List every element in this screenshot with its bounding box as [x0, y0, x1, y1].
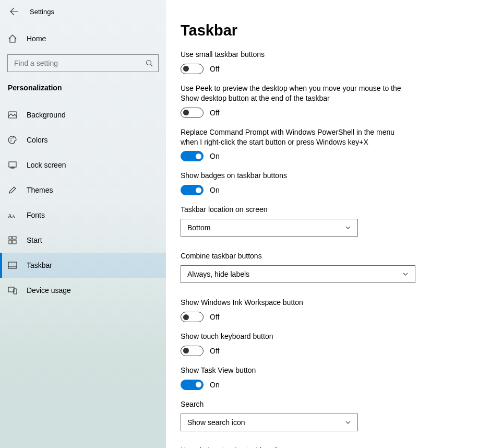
search-icon	[146, 60, 153, 67]
setting-badges: Show badges on taskbar buttonsOn	[181, 171, 475, 195]
setting-small-buttons: Use small taskbar buttonsOff	[181, 50, 475, 74]
start-grid-icon	[8, 235, 17, 245]
setting-location: Taskbar location on screenBottom	[181, 205, 475, 237]
sidebar-item-device-usage[interactable]: Device usage	[0, 278, 166, 303]
sidebar-item-start[interactable]: Start	[0, 228, 166, 253]
setting-label: Search	[181, 399, 405, 409]
toggle-knob	[196, 154, 201, 159]
sidebar-item-background[interactable]: Background	[0, 102, 166, 127]
svg-point-4	[13, 137, 14, 138]
setting-label: Show touch keyboard button	[181, 332, 405, 341]
toggle-row: Off	[181, 312, 475, 322]
svg-line-1	[151, 65, 153, 67]
dropdown-value: Show search icon	[187, 418, 245, 427]
lock-screen-icon	[8, 160, 17, 170]
toggle-row: Off	[181, 346, 475, 356]
toggle-knob	[183, 314, 189, 320]
nav-home-label: Home	[27, 34, 46, 43]
svg-rect-10	[9, 237, 11, 239]
toggle-knob	[183, 66, 189, 72]
setting-label: Combine taskbar buttons	[181, 251, 405, 261]
svg-text:A: A	[12, 214, 15, 219]
toggle-knob	[183, 110, 189, 115]
sidebar-item-label: Fonts	[27, 211, 45, 219]
toggle-state-text: Off	[210, 347, 219, 355]
toggle-state-text: Off	[210, 313, 219, 321]
setting-ink-workspace: Show Windows Ink Workspace buttonOff	[181, 298, 475, 322]
toggle-row: On	[181, 151, 475, 161]
setting-label: Taskbar location on screen	[181, 205, 405, 215]
sidebar-item-label: Background	[27, 111, 66, 119]
toggle-row: Off	[181, 64, 475, 74]
task-view-toggle[interactable]	[181, 380, 204, 390]
sidebar-item-label: Taskbar	[27, 261, 52, 269]
sidebar-item-themes[interactable]: Themes	[0, 178, 166, 203]
sidebar-item-label: Lock screen	[27, 161, 66, 169]
badges-toggle[interactable]	[181, 185, 204, 195]
setting-label: Show badges on taskbar buttons	[181, 171, 405, 181]
location-dropdown[interactable]: Bottom	[181, 219, 358, 237]
app-title: Settings	[30, 8, 54, 16]
setting-label: Use small taskbar buttons	[181, 50, 405, 60]
help-link[interactable]: How do I customize taskbars?	[181, 446, 475, 448]
toggle-knob	[196, 382, 201, 387]
sidebar: Settings Home Personalization Background…	[0, 0, 166, 448]
sidebar-item-label: Themes	[27, 186, 53, 194]
back-button[interactable]	[8, 5, 20, 18]
dropdown-value: Always, hide labels	[187, 270, 249, 278]
svg-rect-14	[8, 262, 17, 268]
search-input[interactable]	[7, 54, 159, 72]
toggle-knob	[196, 187, 201, 193]
toggle-state-text: Off	[210, 65, 219, 73]
svg-point-5	[10, 140, 11, 142]
setting-powershell: Replace Command Prompt with Windows Powe…	[181, 127, 475, 162]
toggle-state-text: On	[210, 381, 220, 389]
toggle-state-text: On	[210, 186, 220, 194]
ink-workspace-toggle[interactable]	[181, 312, 204, 322]
search-dropdown[interactable]: Show search icon	[181, 414, 358, 431]
search-container	[0, 54, 166, 72]
nav-list: Background Colors Lock screen Themes AA …	[0, 102, 166, 303]
setting-touch-keyboard: Show touch keyboard buttonOff	[181, 332, 475, 356]
search-field[interactable]	[13, 58, 138, 68]
back-arrow-icon	[10, 7, 18, 16]
svg-rect-12	[9, 240, 11, 244]
sidebar-item-fonts[interactable]: AA Fonts	[0, 203, 166, 228]
svg-point-3	[10, 138, 11, 139]
nav-home[interactable]: Home	[0, 26, 166, 51]
chevron-down-icon	[345, 419, 351, 426]
toggle-state-text: On	[210, 152, 220, 160]
device-usage-icon	[8, 286, 17, 295]
toggle-row: On	[181, 380, 475, 390]
home-icon	[8, 34, 17, 43]
setting-combine: Combine taskbar buttonsAlways, hide labe…	[181, 251, 475, 283]
sidebar-item-label: Device usage	[27, 286, 71, 294]
chevron-down-icon	[402, 271, 409, 277]
toggle-row: Off	[181, 108, 475, 118]
sidebar-item-colors[interactable]: Colors	[0, 127, 166, 152]
small-buttons-toggle[interactable]	[181, 64, 204, 74]
fonts-icon: AA	[8, 210, 17, 220]
svg-text:A: A	[8, 213, 12, 219]
taskbar-icon	[8, 261, 17, 270]
powershell-toggle[interactable]	[181, 151, 204, 161]
pencil-icon	[8, 185, 17, 195]
sidebar-item-lock-screen[interactable]: Lock screen	[0, 152, 166, 178]
setting-label: Use Peek to preview the desktop when you…	[181, 84, 405, 103]
combine-dropdown[interactable]: Always, hide labels	[181, 265, 415, 283]
touch-keyboard-toggle[interactable]	[181, 346, 204, 356]
svg-rect-13	[13, 240, 16, 244]
toggle-knob	[183, 348, 189, 353]
toggle-row: On	[181, 185, 475, 195]
title-bar: Settings	[0, 0, 166, 23]
setting-peek-desktop: Use Peek to preview the desktop when you…	[181, 84, 475, 118]
sidebar-item-taskbar[interactable]: Taskbar	[0, 253, 166, 278]
sidebar-item-label: Start	[27, 236, 42, 244]
chevron-down-icon	[345, 225, 351, 231]
toggle-state-text: Off	[210, 109, 219, 117]
setting-label: Replace Command Prompt with Windows Powe…	[181, 127, 405, 147]
image-icon	[8, 110, 17, 120]
svg-rect-16	[8, 287, 14, 292]
settings-list: Use small taskbar buttonsOffUse Peek to …	[181, 50, 475, 431]
peek-desktop-toggle[interactable]	[181, 108, 204, 118]
